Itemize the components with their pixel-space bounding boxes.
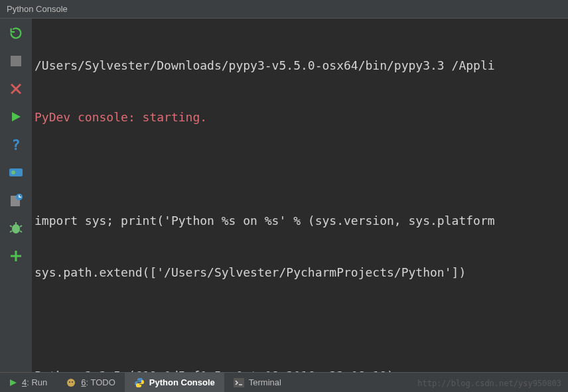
svg-point-7 <box>69 381 70 383</box>
svg-point-5 <box>12 224 20 233</box>
blank-line <box>35 316 565 333</box>
history-icon[interactable] <box>8 192 24 208</box>
tab-label: Python Console <box>149 377 215 387</box>
console-line: PyDev console: starting. <box>35 109 565 126</box>
svg-rect-0 <box>11 56 21 66</box>
tab-python-console[interactable]: Python Console <box>125 373 224 392</box>
run-icon <box>9 379 17 387</box>
debug-icon[interactable] <box>8 220 24 236</box>
console-toolbar: ? <box>0 19 32 372</box>
close-icon[interactable] <box>8 81 24 97</box>
panel-title: Python Console <box>7 4 68 14</box>
tab-run[interactable]: 4: Run <box>0 373 56 392</box>
help-icon[interactable]: ? <box>8 137 24 153</box>
terminal-icon <box>234 378 244 387</box>
add-icon[interactable] <box>8 248 24 264</box>
python-icon <box>134 377 145 388</box>
console-line: import sys; print('Python %s on %s' % (s… <box>35 212 565 229</box>
svg-rect-9 <box>234 378 244 387</box>
run-icon[interactable] <box>8 109 24 125</box>
svg-point-8 <box>72 381 73 383</box>
tab-terminal[interactable]: Terminal <box>224 373 291 392</box>
todo-icon <box>66 377 76 388</box>
svg-point-6 <box>67 379 75 387</box>
tab-label: Terminal <box>249 377 281 387</box>
rerun-icon[interactable] <box>8 25 24 41</box>
tab-todo[interactable]: 6: TODO <box>56 373 125 392</box>
svg-point-2 <box>11 170 15 174</box>
blank-line <box>35 161 565 178</box>
console-line: sys.path.extend(['/Users/Sylvester/Pycha… <box>35 264 565 281</box>
console-line: /Users/Sylvester/Downloads/pypy3-v5.5.0-… <box>35 57 565 74</box>
show-vars-icon[interactable] <box>8 164 24 180</box>
panel-header: Python Console <box>0 0 568 19</box>
console-output[interactable]: /Users/Sylvester/Downloads/pypy3-v5.5.0-… <box>32 19 568 372</box>
main-area: ? /Users/Sylvester/Downloads/pypy3-v5.5.… <box>0 19 568 372</box>
watermark: http://blog.csdn.net/ysy950803 <box>417 379 561 388</box>
console-line: Python 3.3.5 (619c0d5af0e5, Oct 08 2016,… <box>35 367 565 372</box>
stop-icon[interactable] <box>8 53 24 69</box>
